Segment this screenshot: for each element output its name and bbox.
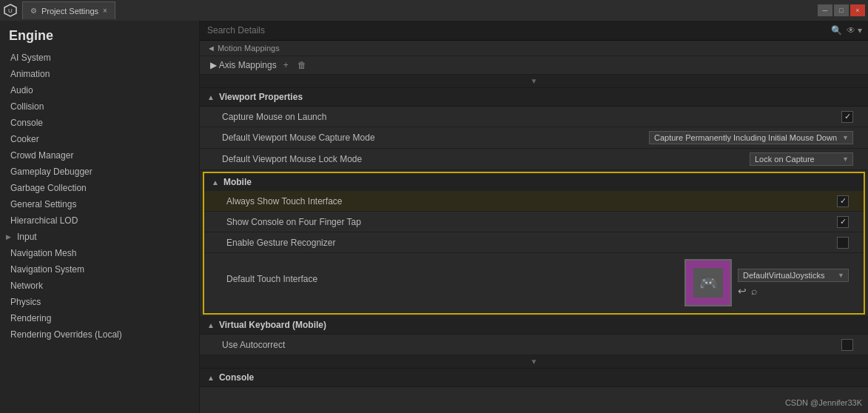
project-settings-tab[interactable]: ⚙ Project Settings × (22, 1, 115, 19)
sidebar-item-console[interactable]: Console (0, 115, 199, 131)
mobile-section-header[interactable]: ▲ Mobile (204, 173, 864, 191)
sidebar-item-animation[interactable]: Animation (0, 66, 199, 82)
mobile-section-arrow-icon: ▲ (212, 178, 219, 187)
mouse-lock-mode-row: Default Viewport Mouse Lock Mode Lock on… (200, 149, 868, 170)
enable-gesture-control (837, 237, 849, 249)
capture-mouse-row: Capture Mouse on Launch (200, 107, 868, 127)
mouse-lock-mode-dropdown[interactable]: Lock on Capture (750, 152, 853, 166)
sidebar-list: AI System Animation Audio Collision Cons… (0, 48, 199, 413)
default-touch-interface-label: Default Touch Interface (226, 259, 684, 284)
virtual-keyboard-arrow-icon: ▲ (207, 321, 215, 329)
sidebar-item-rendering[interactable]: Rendering (0, 310, 199, 326)
tab-label: Project Settings (41, 7, 98, 16)
show-console-label: Show Console on Four Finger Tap (226, 217, 837, 227)
maximize-button[interactable]: □ (834, 4, 849, 16)
sidebar-item-cooker[interactable]: Cooker (0, 131, 199, 147)
sidebar-header: Engine (0, 21, 199, 48)
capture-mouse-control (841, 111, 853, 123)
sidebar: Engine AI System Animation Audio Collisi… (0, 21, 200, 413)
always-show-touch-checkbox[interactable] (837, 195, 849, 207)
capture-mouse-checkbox[interactable] (841, 111, 853, 123)
viewport-section-arrow: ▲ (207, 93, 215, 101)
settings-content: ◄ Motion Mappings ▶ Axis Mappings + 🗑 ▼ … (200, 41, 868, 413)
sidebar-item-collision[interactable]: Collision (0, 98, 199, 115)
touch-interface-right: DefaultVirtualJoysticks ▼ ↩ ⌕ (738, 269, 849, 297)
sidebar-item-label: Crowd Manager (10, 150, 73, 161)
minimize-button[interactable]: ─ (818, 4, 832, 16)
svg-text:U: U (8, 7, 13, 14)
search-input[interactable] (204, 24, 827, 37)
view-options: 🔍 👁 ▾ (830, 24, 864, 37)
sidebar-item-label: Animation (10, 69, 50, 79)
viewport-section-label: Viewport Properties (219, 92, 303, 102)
sidebar-item-input[interactable]: ▶ Input (0, 229, 199, 245)
sidebar-item-rendering-overrides[interactable]: Rendering Overrides (Local) (0, 326, 199, 343)
delete-axis-mapping-button[interactable]: 🗑 (295, 59, 309, 71)
mouse-capture-mode-dropdown[interactable]: Capture Permanently Including Initial Mo… (649, 131, 853, 144)
sidebar-item-hierarchical-lod[interactable]: Hierarchical LOD (0, 212, 199, 229)
virtual-keyboard-section[interactable]: ▲ Virtual Keyboard (Mobile) (200, 316, 868, 335)
close-button[interactable]: × (850, 4, 865, 16)
sidebar-item-crowd-manager[interactable]: Crowd Manager (0, 147, 199, 164)
search-button[interactable]: 🔍 (830, 24, 844, 37)
sidebar-item-label: Cooker (10, 134, 39, 144)
capture-mouse-label: Capture Mouse on Launch (222, 112, 841, 122)
use-autocorrect-label: Use Autocorrect (222, 340, 841, 350)
virtual-keyboard-label: Virtual Keyboard (Mobile) (219, 320, 326, 330)
app-logo: U (3, 3, 18, 18)
use-autocorrect-checkbox[interactable] (841, 339, 853, 351)
mouse-capture-mode-control: Capture Permanently Including Initial Mo… (649, 131, 853, 144)
vjoystick-dropdown-wrapper: DefaultVirtualJoysticks ▼ (738, 269, 849, 282)
sidebar-item-ai-system[interactable]: AI System (0, 50, 199, 66)
sidebar-item-label: AI System (10, 53, 51, 63)
sidebar-item-general-settings[interactable]: General Settings (0, 196, 199, 212)
sidebar-item-label: Hierarchical LOD (10, 215, 78, 226)
chevron-down-icon-2: ▼ (531, 357, 538, 366)
always-show-touch-interface-row: Always Show Touch Interface (204, 191, 864, 212)
settings-tab-icon: ⚙ (30, 7, 37, 15)
chevron-down-row: ▼ (200, 75, 868, 88)
sidebar-item-label: Collision (10, 101, 44, 112)
always-show-touch-control (837, 195, 849, 207)
touch-interface-back-button[interactable]: ↩ (738, 285, 747, 297)
sidebar-item-navigation-system[interactable]: Navigation System (0, 261, 199, 278)
console-section-arrow-icon: ▲ (207, 374, 215, 382)
use-autocorrect-control (841, 339, 853, 351)
joystick-icon: 🎮 (699, 274, 718, 292)
sidebar-item-label: Navigation System (10, 264, 84, 275)
sidebar-item-physics[interactable]: Physics (0, 294, 199, 310)
viewport-properties-section[interactable]: ▲ Viewport Properties (200, 88, 868, 107)
show-console-row: Show Console on Four Finger Tap (204, 212, 864, 232)
always-show-touch-label: Always Show Touch Interface (226, 196, 837, 206)
use-autocorrect-row: Use Autocorrect (200, 335, 868, 355)
touch-interface-search-button[interactable]: ⌕ (751, 285, 757, 297)
sidebar-item-label: Garbage Collection (10, 183, 87, 193)
sidebar-item-audio[interactable]: Audio (0, 82, 199, 98)
sidebar-item-label: Input (17, 232, 37, 242)
sidebar-item-navigation-mesh[interactable]: Navigation Mesh (0, 245, 199, 261)
console-section[interactable]: ▲ Console (200, 369, 868, 387)
sidebar-item-label: Navigation Mesh (10, 248, 76, 258)
view-options-button[interactable]: 👁 ▾ (845, 24, 864, 37)
axis-mappings-label: ▶ Axis Mappings (210, 60, 277, 70)
axis-mappings-row: ▶ Axis Mappings + 🗑 (200, 56, 868, 75)
sidebar-item-network[interactable]: Network (0, 278, 199, 294)
sidebar-item-label: Network (10, 281, 43, 291)
add-axis-mapping-button[interactable]: + (281, 59, 291, 71)
sidebar-item-gameplay-debugger[interactable]: Gameplay Debugger (0, 164, 199, 180)
tab-close-btn[interactable]: × (103, 7, 107, 15)
sidebar-item-label: Audio (10, 85, 33, 95)
enable-gesture-label: Enable Gesture Recognizer (226, 238, 837, 248)
sidebar-item-garbage-collection[interactable]: Garbage Collection (0, 180, 199, 196)
vjoystick-dropdown[interactable]: DefaultVirtualJoysticks (738, 269, 849, 282)
enable-gesture-row: Enable Gesture Recognizer (204, 232, 864, 253)
expand-arrow-icon: ▶ (6, 233, 11, 241)
content-area: 🔍 👁 ▾ ◄ Motion Mappings ▶ Axis Mappings … (200, 21, 868, 413)
sidebar-item-label: Gameplay Debugger (10, 167, 92, 177)
search-bar: 🔍 👁 ▾ (200, 21, 868, 41)
mouse-lock-mode-label: Default Viewport Mouse Lock Mode (222, 154, 750, 164)
breadcrumb[interactable]: ◄ Motion Mappings (200, 41, 868, 56)
sidebar-item-label: Physics (10, 297, 41, 307)
show-console-checkbox[interactable] (837, 216, 849, 228)
enable-gesture-checkbox[interactable] (837, 237, 849, 249)
